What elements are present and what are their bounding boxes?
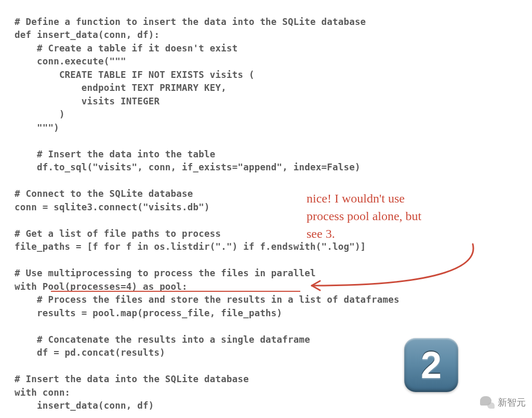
code-line: """) <box>15 123 59 133</box>
handwritten-annotation: nice! I wouldn't use process pool alone,… <box>307 190 421 242</box>
annotation-underline <box>51 291 300 292</box>
code-line: # Get a list of file paths to process <box>15 228 221 239</box>
wechat-icon <box>480 396 495 409</box>
watermark-text: 新智元 <box>498 396 526 409</box>
code-line: # Insert the data into the table <box>15 149 216 159</box>
code-line: conn.execute(""" <box>15 56 126 66</box>
annotation-line: process pool alone, but <box>307 207 421 225</box>
code-line: CREATE TABLE IF NOT EXISTS visits ( <box>15 70 255 80</box>
code-line: visits INTEGER <box>15 96 159 106</box>
code-line: # Connect to the SQLite database <box>15 188 193 199</box>
code-line: insert_data(conn, df) <box>15 400 154 411</box>
code-line: endpoint TEXT PRIMARY KEY, <box>15 83 227 93</box>
code-line: with conn: <box>15 387 70 398</box>
code-line: # Create a table if it doesn't exist <box>15 43 237 53</box>
annotation-line: nice! I wouldn't use <box>307 190 421 207</box>
watermark: 新智元 <box>480 396 526 409</box>
page-number-badge: 2 <box>404 338 458 392</box>
code-line: df.to_sql("visits", conn, if_exists="app… <box>15 162 361 172</box>
code-line: conn = sqlite3.connect("visits.db") <box>15 202 210 212</box>
annotation-line: see 3. <box>307 225 421 242</box>
code-line: ) <box>15 109 65 119</box>
code-line: results = pool.map(process_file, file_pa… <box>15 308 282 318</box>
code-line: # Concatenate the results into a single … <box>15 334 310 345</box>
code-line: # Process the files and store the result… <box>15 294 400 305</box>
code-line: with Pool(processes=4) as pool: <box>15 281 188 292</box>
code-line: # Insert the data into the SQLite databa… <box>15 374 249 384</box>
code-line: # Use multiprocessing to process the fil… <box>15 268 316 278</box>
code-line: # Define a function to insert the data i… <box>15 17 366 27</box>
badge-number: 2 <box>421 344 442 386</box>
code-line: def insert_data(conn, df): <box>15 30 159 40</box>
code-line: file_paths = [f for f in os.listdir(".")… <box>15 241 366 252</box>
code-line: df = pd.concat(results) <box>15 347 165 358</box>
